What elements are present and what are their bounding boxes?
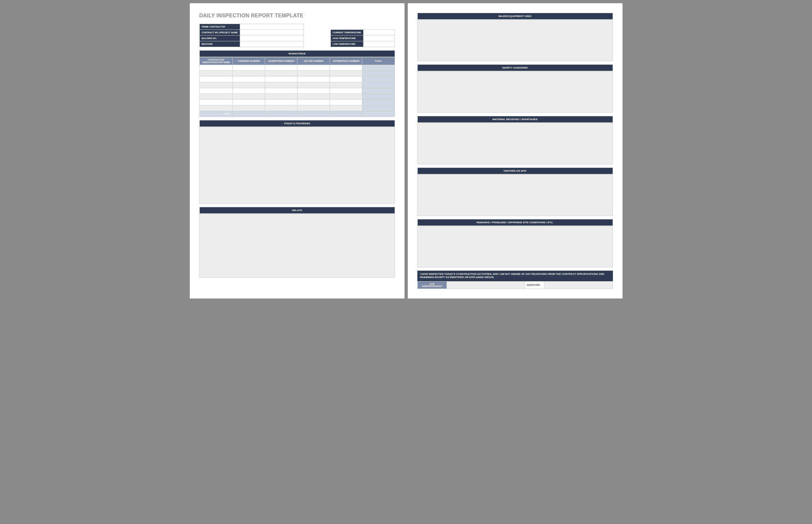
safety-header: SAFETY CONCERNS [417, 64, 613, 71]
delays-header: DELAYS [200, 207, 395, 214]
remarks-header: REMARKS / PROBLEMS / DIFFERING SITE COND… [417, 219, 613, 226]
info-row: PRIME CONTRACTOR CONTRACT NO../PROJECT N… [200, 24, 395, 47]
col-total: TOTAL [362, 57, 395, 65]
workforce-header: WORKFORCE [200, 50, 395, 57]
progress-body[interactable] [200, 127, 395, 204]
info-table-left: PRIME CONTRACTOR CONTRACT NO../PROJECT N… [200, 24, 304, 47]
table-row [200, 100, 395, 105]
input-signature[interactable] [544, 281, 612, 289]
progress-section: TODAY'S PROGRESS [200, 120, 395, 204]
certification-text: I HAVE INSPECTED TODAY'S CONSTRUCTION AC… [417, 271, 613, 281]
col-contractor: CONTRACTOR/ SUBCONTRACTOR NAME [200, 57, 233, 65]
col-apprentice: APPRENTIUCE NUMBER [330, 57, 362, 65]
table-row [200, 82, 395, 88]
visitors-header: VISITORS ON SITE [417, 167, 613, 174]
workforce-total-row: TOTAL [200, 111, 395, 117]
input-building-no[interactable] [240, 35, 303, 41]
info-table-right: CURRENT TEMPERATURE HIGH TEMPERATURE LOW… [331, 30, 395, 47]
col-journeyman: JOURNEYMAN NUMBER [265, 57, 298, 65]
input-weather[interactable] [240, 41, 303, 47]
equipment-body[interactable] [417, 19, 613, 61]
label-contract-no: CONTRACT NO../PROJECT NAME [200, 30, 240, 35]
table-row [200, 71, 395, 77]
workforce-total-label: TOTAL [200, 111, 233, 117]
remarks-body[interactable] [417, 226, 613, 267]
table-row [200, 77, 395, 82]
delays-section: DELAYS [200, 207, 395, 278]
input-current-temp[interactable] [363, 30, 395, 35]
input-high-temp[interactable] [363, 35, 395, 41]
label-current-temp: CURRENT TEMPERATURE [331, 30, 363, 35]
signature-table: SITE SUPERINTENDANT SIGNATURE [417, 281, 613, 289]
label-signature: SIGNATURE [525, 281, 544, 289]
input-site-super[interactable] [447, 281, 525, 289]
material-header: MATERIAL RECEIVED / SHORTAGES [417, 116, 613, 123]
input-prime-contractor[interactable] [240, 24, 303, 30]
label-high-temp: HIGH TEMPERATURE [331, 35, 363, 41]
workforce-table: CONTRACTOR/ SUBCONTRACTOR NAME FOREMAN N… [200, 57, 395, 117]
label-weather: WEATHER [200, 41, 240, 47]
equipment-header: MAJOR EQUIPMENT USED [417, 13, 613, 19]
table-row [200, 94, 395, 100]
label-site-super: SITE SUPERINTENDANT [417, 281, 447, 289]
visitors-body[interactable] [417, 174, 613, 216]
progress-header: TODAY'S PROGRESS [200, 120, 395, 127]
label-low-temp: LOW TEMPERATURE [331, 41, 363, 47]
material-section: MATERIAL RECEIVED / SHORTAGES [417, 116, 613, 164]
remarks-section: REMARKS / PROBLEMS / DIFFERING SITE COND… [417, 219, 613, 267]
col-foreman: FOREMAN NUMBER [233, 57, 265, 65]
equipment-section: MAJOR EQUIPMENT USED [417, 13, 613, 61]
col-helper: HELPER NUMBER [298, 57, 330, 65]
report-title: DAILY INSPECTION REPORT TEMPLATE [200, 13, 395, 19]
input-low-temp[interactable] [363, 41, 395, 47]
visitors-section: VISITORS ON SITE [417, 167, 613, 216]
delays-body[interactable] [200, 214, 395, 278]
table-row [200, 105, 395, 111]
material-body[interactable] [417, 123, 613, 164]
page-1: DAILY INSPECTION REPORT TEMPLATE PRIME C… [190, 3, 404, 298]
table-row [200, 88, 395, 94]
page-2: MAJOR EQUIPMENT USED SAFETY CONCERNS MAT… [408, 3, 623, 298]
safety-section: SAFETY CONCERNS [417, 64, 613, 113]
input-contract-no[interactable] [240, 30, 303, 35]
workforce-section: WORKFORCE CONTRACTOR/ SUBCONTRACTOR NAME… [200, 50, 395, 117]
table-row [200, 65, 395, 71]
label-building-no: BUILDING NO. [200, 35, 240, 41]
label-prime-contractor: PRIME CONTRACTOR [200, 24, 240, 30]
safety-body[interactable] [417, 71, 613, 113]
